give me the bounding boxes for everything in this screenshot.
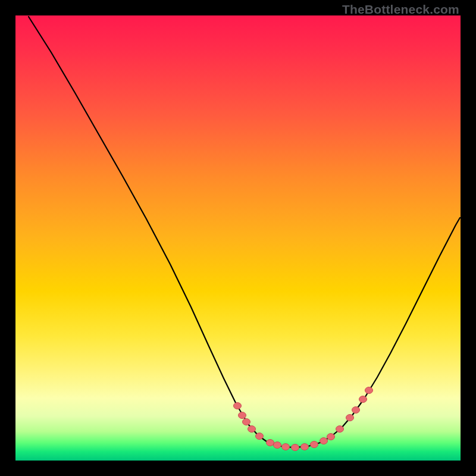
marker-dot bbox=[274, 442, 281, 449]
marker-dot bbox=[282, 444, 290, 450]
marker-dot bbox=[359, 396, 367, 403]
highlight-markers bbox=[234, 387, 373, 451]
marker-dot bbox=[248, 426, 256, 433]
marker-dot bbox=[292, 444, 299, 451]
watermark-text: TheBottleneck.com bbox=[342, 2, 459, 17]
marker-dot bbox=[311, 441, 318, 448]
marker-dot bbox=[320, 438, 328, 444]
marker-dot bbox=[243, 419, 250, 425]
marker-dot bbox=[256, 433, 264, 440]
marker-dot bbox=[267, 440, 274, 446]
plot-area bbox=[15, 15, 461, 461]
bottleneck-curve bbox=[29, 17, 460, 447]
marker-dot bbox=[365, 387, 373, 394]
marker-dot bbox=[234, 403, 242, 409]
curve-layer bbox=[15, 15, 461, 461]
marker-dot bbox=[301, 444, 309, 450]
chart-frame: TheBottleneck.com bbox=[0, 0, 476, 476]
marker-dot bbox=[327, 434, 335, 440]
marker-dot bbox=[336, 426, 344, 433]
marker-dot bbox=[352, 407, 360, 414]
marker-dot bbox=[346, 415, 354, 421]
marker-dot bbox=[239, 412, 246, 419]
